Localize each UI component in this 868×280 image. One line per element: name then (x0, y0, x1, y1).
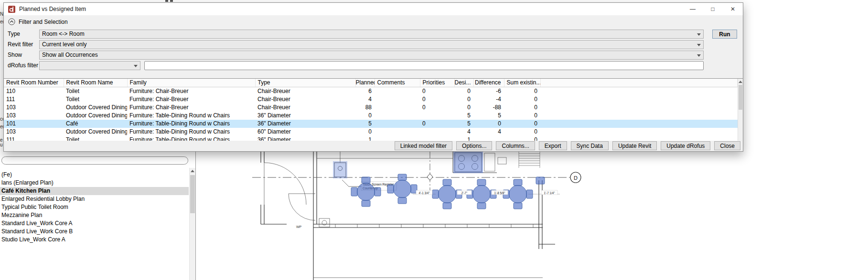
table-cell: 4 (454, 128, 473, 136)
table-cell: Furniture: Table-Dining Round w Chairs (127, 128, 255, 136)
show-combobox[interactable]: Show all Occurrences (39, 51, 704, 60)
ribbon-fragment-icon (170, 0, 173, 2)
button-export[interactable]: Export (539, 141, 567, 150)
button-close[interactable]: Close (714, 141, 740, 150)
minimize-button[interactable]: — (683, 3, 703, 15)
scroll-up-icon[interactable] (738, 79, 743, 85)
table-cell: 36" Diameter (255, 136, 355, 141)
column-header[interactable]: Type (255, 79, 355, 87)
chevron-down-icon (697, 44, 701, 46)
column-header[interactable]: Planned (355, 79, 375, 87)
label-leader-line (342, 180, 361, 187)
drofus-filter-combobox[interactable] (39, 61, 140, 70)
table-row[interactable]: 111ToiletFurniture: Chair-BreuerChair-Br… (4, 95, 738, 104)
table-cell: 0 (504, 95, 540, 104)
table-cell: 1 (355, 136, 375, 141)
table-cell: -88 (473, 104, 504, 112)
highlighted-table[interactable] (351, 177, 381, 207)
type-combobox[interactable]: Room <-> Room (39, 30, 704, 39)
drofus-filter-input[interactable] (144, 61, 704, 70)
text-fragment: u (0, 142, 3, 147)
table-row[interactable]: 110ToiletFurniture: Chair-BreuerChair-Br… (4, 87, 738, 95)
browser-scrollbar[interactable] (189, 168, 195, 280)
table-cell (375, 128, 420, 136)
table-cell (375, 104, 420, 112)
results-table-header: Revit Room NumberRevit Room NameFamilyTy… (4, 79, 738, 87)
browser-item[interactable]: Enlarged Residential Lobby Plan (0, 195, 189, 203)
table-cell-filler (540, 95, 738, 104)
highlighted-chair[interactable] (536, 177, 545, 184)
browser-item[interactable]: Standard Live_Work Core A (0, 219, 189, 228)
drofus-filter-label: dRofus filter (8, 61, 39, 70)
section-marker (427, 174, 433, 180)
table-cell: 101 (4, 120, 64, 128)
highlighted-table[interactable] (387, 174, 417, 204)
browser-search-input[interactable] (1, 156, 188, 165)
button-options[interactable]: Options... (456, 141, 492, 150)
type-combobox-value: Room <-> Room (42, 31, 85, 37)
column-header[interactable]: Difference (473, 79, 504, 87)
show-label: Show (8, 51, 39, 60)
browser-item[interactable]: Café Kitchen Plan (0, 187, 189, 195)
type-label: Type (8, 30, 39, 39)
scrollbar-thumb[interactable] (190, 175, 195, 213)
table-cell: Furniture: Chair-Breuer (127, 95, 255, 104)
revit-filter-combobox[interactable]: Current level only (39, 40, 704, 49)
browser-item[interactable]: (Fe) (0, 171, 189, 179)
collapse-section-icon[interactable] (8, 18, 15, 25)
maximize-button[interactable]: □ (703, 3, 723, 15)
dimension-text: 4'-1 3/4" (418, 191, 429, 195)
scrollbar-thumb[interactable] (739, 85, 742, 110)
table-cell: 88 (355, 104, 375, 112)
button-sync-data[interactable]: Sync Data (571, 141, 609, 150)
floor-plan-canvas[interactable]: D Touch Screen Register Countertop WP (196, 152, 868, 280)
button-update-revit[interactable]: Update Revit (612, 141, 657, 150)
table-cell: 5 (454, 112, 473, 120)
column-header[interactable]: Revit Room Number (4, 79, 64, 87)
run-button[interactable]: Run (712, 30, 737, 39)
planned-vs-designed-dialog: Planned vs Designed Item — □ ✕ Filter an… (3, 2, 743, 152)
table-cell: Outdoor Covered Dining (64, 112, 127, 120)
table-cell: Toilet (64, 87, 127, 95)
column-header[interactable]: Comments (375, 79, 420, 87)
close-button[interactable]: ✕ (723, 3, 743, 15)
table-cell: 0 (355, 112, 375, 120)
scroll-up-icon[interactable] (190, 168, 195, 174)
column-header[interactable]: Priorities (420, 79, 454, 87)
table-cell-filler (540, 120, 738, 128)
kitchen-equipment (453, 152, 506, 173)
table-cell (375, 136, 420, 141)
dialog-titlebar[interactable]: Planned vs Designed Item — □ ✕ (4, 3, 743, 15)
column-header[interactable]: Sum existin... (504, 79, 540, 87)
table-row[interactable]: 103Outdoor Covered DiningFurniture: Tabl… (4, 112, 738, 120)
dialog-title: Planned vs Designed Item (19, 6, 86, 12)
browser-item[interactable]: Typical Public Toilet Room (0, 203, 189, 211)
browser-item[interactable]: Studio Live_Work Core A (0, 236, 189, 244)
table-cell-filler (540, 128, 738, 136)
browser-item[interactable]: lans (Enlarged Plan) (0, 179, 189, 187)
browser-item[interactable]: Standard Live_Work Core B (0, 228, 189, 236)
stair-ladder (519, 152, 540, 168)
table-cell: 0 (420, 120, 454, 128)
button-linked-model-filter[interactable]: Linked model filter (395, 141, 452, 150)
table-cell-filler (540, 104, 738, 112)
browser-item[interactable]: Mezzanine Plan (0, 211, 189, 219)
column-header[interactable]: Desi... (454, 79, 473, 87)
table-cell: 103 (4, 112, 64, 120)
table-cell: 1 (454, 136, 473, 141)
table-row[interactable]: 103Outdoor Covered DiningFurniture: Tabl… (4, 128, 738, 136)
column-header[interactable]: Family (127, 79, 255, 87)
drofus-app-icon (8, 6, 15, 13)
table-cell: 0 (454, 87, 473, 95)
table-row[interactable]: 103Outdoor Covered DiningFurniture: Chai… (4, 104, 738, 112)
button-update-drofus[interactable]: Update dRofus (661, 141, 710, 150)
table-cell: Chair-Breuer (255, 95, 355, 104)
column-header[interactable]: Revit Room Name (64, 79, 127, 87)
table-row[interactable]: 101CaféFurniture: Table-Dining Round w C… (4, 120, 738, 128)
table-row[interactable]: 111ToiletFurniture: Table-Dining Round w… (4, 136, 738, 141)
table-scrollbar[interactable] (738, 79, 743, 141)
project-browser-panel: (Fe)lans (Enlarged Plan)Café Kitchen Pla… (0, 152, 196, 280)
button-columns[interactable]: Columns... (496, 141, 535, 150)
dimension-text: 2'-7" (461, 191, 468, 195)
table-cell-filler (540, 87, 738, 95)
